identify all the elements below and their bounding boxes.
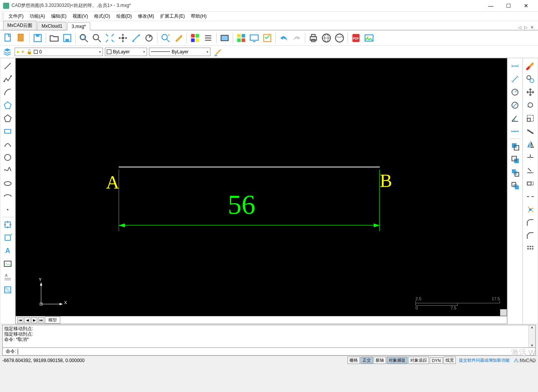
pdf-export-button[interactable]: PDF [350,32,362,44]
find-button[interactable] [159,32,172,44]
stretch-tool[interactable] [524,177,537,190]
layout-prev-icon[interactable]: ◀ [24,317,30,323]
layer-states-button[interactable] [235,32,247,44]
minimize-button[interactable]: — [482,0,500,12]
circle-tool[interactable] [1,151,14,164]
zoom-all-button[interactable] [104,32,116,44]
arc-tool[interactable] [1,86,14,99]
new-file-button[interactable] [2,32,14,44]
polar-toggle[interactable]: 极轴 [374,357,386,364]
regen-button[interactable] [143,32,155,44]
model-tab[interactable]: 模型 [45,316,60,324]
globe-button[interactable] [333,32,346,44]
line-tool[interactable] [1,60,14,73]
undo-button[interactable] [278,32,290,44]
new-from-template-button[interactable] [15,32,27,44]
feedback-link[interactable]: 提交软件问题或增加新功能 [459,357,510,363]
menu-modify[interactable]: 修改(M) [135,12,157,21]
linetype-selector[interactable]: ByLayer ▾ [149,48,210,56]
maximize-button[interactable]: ☐ [500,0,517,12]
screenshot-button[interactable] [219,32,231,44]
redo-button[interactable] [291,32,303,44]
menu-help[interactable]: 帮助(H) [188,12,210,21]
scroll-down-icon[interactable]: ▼ [530,344,534,347]
menu-view[interactable]: 视图(V) [70,12,91,21]
tab-mxcad-cloud[interactable]: MxCAD云图 [3,21,36,30]
aligned-dim-tool[interactable] [508,73,521,86]
arc-3pt-tool[interactable] [1,138,14,151]
fillet-tool[interactable] [524,216,537,229]
layout-first-icon[interactable]: ⏮ [17,317,23,323]
polygon-outline-tool[interactable] [1,112,14,125]
rectangle-tool[interactable] [1,125,14,138]
tab-next-icon[interactable]: ▷ [523,25,528,30]
diameter-dim-tool[interactable] [508,99,521,112]
monitor-button[interactable] [248,32,260,44]
drawing-canvas[interactable]: A B 56 Y X 2.517.5 [16,58,507,316]
globe-grid-button[interactable] [320,32,333,44]
polyline-tool[interactable] [1,73,14,86]
layout-next-icon[interactable]: ▶ [31,317,37,323]
ellipse-tool[interactable] [1,177,14,190]
bring-front-tool[interactable] [508,140,521,153]
open-button[interactable] [48,32,60,44]
layer-selector[interactable]: ● ☀ 🔓 0 ▾ [15,48,103,56]
highlight-button[interactable] [172,32,185,44]
scroll-corner[interactable] [500,309,507,316]
menu-handle[interactable] [2,13,4,20]
make-current-button[interactable] [212,46,223,57]
zoom-window-button[interactable] [78,32,90,44]
osnap-toggle[interactable]: 对象捕捉 [387,357,407,364]
mtext-tool[interactable]: A [1,270,14,283]
break-tool[interactable] [524,190,537,203]
polygon-tool[interactable] [1,99,14,112]
layer-manager-button[interactable] [2,46,13,57]
copy-tool[interactable] [524,73,537,86]
layout-last-icon[interactable]: ⏭ [38,317,44,323]
mirror-tool[interactable] [524,138,537,151]
rotate-tool[interactable] [524,99,537,112]
close-button[interactable]: ✕ [517,0,535,12]
move-tool[interactable] [524,86,537,99]
save-as-button[interactable] [61,32,73,44]
list-button[interactable] [202,32,214,44]
color-palette-button[interactable] [189,32,201,44]
grid-toggle[interactable]: 栅格 [348,357,360,364]
scroll-up-icon[interactable]: ▲ [530,325,534,329]
menu-function[interactable]: 功能(A) [26,12,48,21]
linear-dim-tool[interactable] [508,60,521,73]
point-tool[interactable] [1,203,14,216]
continue-dim-tool[interactable] [508,125,521,138]
menu-file[interactable]: 文件(F) [5,12,26,21]
zoom-extents-button[interactable] [91,32,103,44]
send-below-tool[interactable] [508,179,521,192]
ortho-toggle[interactable]: 正交 [361,357,373,364]
menu-edit[interactable]: 编辑(E) [48,12,70,21]
text-tool[interactable]: A [1,244,14,257]
save-button[interactable] [31,32,44,44]
angular-dim-tool[interactable] [508,112,521,125]
print-button[interactable] [307,32,319,44]
image-export-button[interactable] [363,32,375,44]
send-back-tool[interactable] [508,153,521,166]
trim-tool[interactable] [524,151,537,164]
radius-dim-tool[interactable] [508,86,521,99]
dyn-toggle[interactable]: DYN [430,357,442,364]
menu-ext-tools[interactable]: 扩展工具(E) [157,12,188,21]
chamfer-tool[interactable] [524,229,537,242]
explode-tool[interactable] [524,203,537,216]
otrack-toggle[interactable]: 对象追踪 [408,357,429,364]
spline-tool[interactable] [1,164,14,177]
tab-prev-icon[interactable]: ◁ [517,25,522,30]
command-input[interactable] [18,349,532,354]
block-insert-tool[interactable] [1,218,14,231]
tab-3mxg[interactable]: 3.mxg* [67,22,90,30]
tab-close-icon[interactable]: ✕ [529,25,535,30]
brand-badge[interactable]: MxCAD [513,358,536,363]
bring-above-tool[interactable] [508,166,521,179]
erase-tool[interactable] [524,60,537,73]
cmd-scrollbar[interactable]: ▲▼ [528,325,535,347]
menu-format[interactable]: 格式(O) [91,12,113,21]
measure-button[interactable] [130,32,142,44]
array-tool[interactable] [524,242,537,255]
